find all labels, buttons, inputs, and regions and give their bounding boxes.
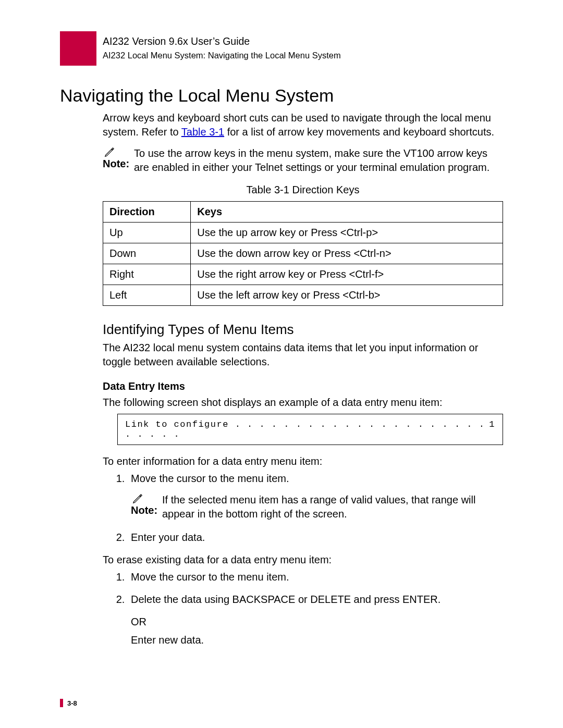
- note-label: Note:: [103, 158, 129, 169]
- table-row: RightUse the right arrow key or Press <C…: [103, 264, 503, 285]
- table-header-direction: Direction: [103, 202, 191, 223]
- cell-keys: Use the right arrow key or Press <Ctrl-f…: [191, 264, 503, 285]
- doc-title: AI232 Version 9.6x User’s Guide: [103, 34, 341, 48]
- table-header-row: Direction Keys: [103, 202, 503, 223]
- list-item: Move the cursor to the menu item.: [128, 570, 503, 584]
- table-row: UpUse the up arrow key or Press <Ctrl-p>: [103, 223, 503, 243]
- table-header-keys: Keys: [191, 202, 503, 223]
- page-title: Navigating the Local Menu System: [60, 85, 503, 106]
- note-block: Note: To use the arrow keys in the menu …: [103, 146, 503, 175]
- note-text: If the selected menu item has a range of…: [162, 493, 503, 521]
- table-caption: Table 3-1 Direction Keys: [103, 184, 503, 196]
- enter-intro: To enter information for a data entry me…: [103, 454, 503, 468]
- section-paragraph: The AI232 local menu system contains dat…: [103, 341, 503, 369]
- erase-intro: To erase existing data for a data entry …: [103, 553, 503, 567]
- step-or: OR: [131, 615, 503, 629]
- table-link[interactable]: Table 3-1: [181, 126, 224, 138]
- table-row: DownUse the down arrow key or Press <Ctr…: [103, 243, 503, 264]
- cell-keys: Use the left arrow key or Press <Ctrl-b>: [191, 285, 503, 306]
- cell-keys: Use the down arrow key or Press <Ctrl-n>: [191, 243, 503, 264]
- footer-accent-icon: [60, 699, 63, 707]
- note-block: Note: If the selected menu item has a ra…: [131, 493, 503, 521]
- enter-steps-list: Move the cursor to the menu item. Note: …: [103, 472, 503, 545]
- cell-direction: Right: [103, 264, 191, 285]
- intro-text-post: for a list of arrow key movements and ke…: [224, 126, 494, 138]
- cell-direction: Up: [103, 223, 191, 243]
- direction-keys-table: Direction Keys UpUse the up arrow key or…: [103, 201, 503, 306]
- page-footer: 3-8: [60, 699, 77, 707]
- cell-direction: Left: [103, 285, 191, 306]
- list-item: Delete the data using BACKSPACE or DELET…: [128, 593, 503, 647]
- page-number: 3-8: [67, 699, 77, 707]
- step-text: Move the cursor to the menu item.: [131, 571, 289, 583]
- cell-direction: Down: [103, 243, 191, 264]
- step-text: Delete the data using BACKSPACE or DELET…: [131, 594, 440, 605]
- cell-keys: Use the up arrow key or Press <Ctrl-p>: [191, 223, 503, 243]
- step-text: Move the cursor to the menu item.: [131, 473, 289, 484]
- list-item: Move the cursor to the menu item. Note: …: [128, 472, 503, 521]
- step-text: Enter your data.: [131, 532, 205, 543]
- note-text: To use the arrow keys in the menu system…: [134, 146, 503, 175]
- code-example-box: Link to configure . . . . . . . . . . . …: [117, 414, 503, 445]
- code-value: 1: [489, 419, 495, 439]
- pencil-icon: [104, 146, 115, 158]
- section-heading: Identifying Types of Menu Items: [103, 322, 503, 338]
- note-label: Note:: [131, 504, 157, 516]
- brand-square-icon: [60, 31, 96, 66]
- subsection-heading: Data Entry Items: [103, 380, 503, 392]
- table-row: LeftUse the left arrow key or Press <Ctr…: [103, 285, 503, 306]
- subsection-paragraph: The following screen shot displays an ex…: [103, 396, 503, 410]
- list-item: Enter your data.: [128, 530, 503, 545]
- breadcrumb: AI232 Local Menu System: Navigating the …: [103, 50, 341, 61]
- erase-steps-list: Move the cursor to the menu item. Delete…: [103, 570, 503, 647]
- page-header: AI232 Version 9.6x User’s Guide AI232 Lo…: [60, 31, 503, 66]
- step-alt: Enter new data.: [131, 633, 503, 647]
- pencil-icon: [132, 493, 143, 504]
- intro-paragraph: Arrow keys and keyboard short cuts can b…: [103, 111, 503, 139]
- code-label: Link to configure . . . . . . . . . . . …: [125, 419, 489, 439]
